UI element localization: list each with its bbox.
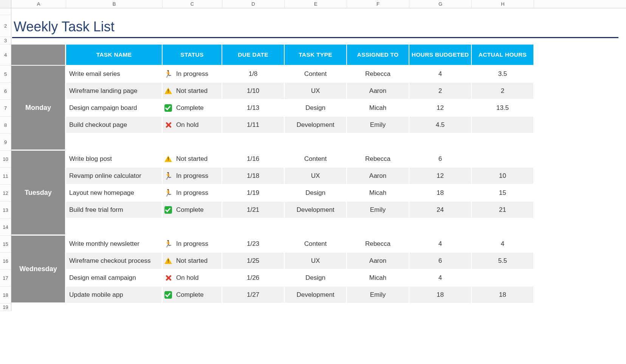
header-status[interactable]: STATUS bbox=[163, 45, 222, 66]
cell-hours-budgeted[interactable]: 4 bbox=[409, 66, 472, 83]
cell-status[interactable] bbox=[163, 219, 222, 236]
cell-actual-hours[interactable]: 18 bbox=[472, 287, 534, 304]
select-all-corner[interactable] bbox=[0, 0, 11, 8]
row-number[interactable]: 11 bbox=[0, 168, 11, 185]
cell-task-name[interactable] bbox=[66, 134, 163, 151]
column-letter[interactable]: H bbox=[472, 0, 534, 8]
row-number[interactable]: 10 bbox=[0, 151, 11, 168]
cell-assigned-to[interactable]: Aaron bbox=[347, 168, 409, 185]
cell-task-type[interactable]: Content bbox=[285, 151, 347, 168]
cell-status[interactable]: 🏃In progress bbox=[163, 185, 222, 202]
cell-task-name[interactable]: Design email campaign bbox=[66, 270, 163, 287]
row-number[interactable]: 14 bbox=[0, 219, 11, 236]
row-number[interactable]: 13 bbox=[0, 202, 11, 219]
cell-actual-hours[interactable]: 2 bbox=[472, 83, 534, 100]
header-actual[interactable]: ACTUAL HOURS bbox=[472, 45, 534, 66]
cell-task-type[interactable]: Design bbox=[285, 270, 347, 287]
cell-hours-budgeted[interactable] bbox=[409, 134, 472, 151]
row-number[interactable]: 8 bbox=[0, 117, 11, 134]
cell-actual-hours[interactable] bbox=[472, 151, 534, 168]
row-number[interactable]: 6 bbox=[0, 83, 11, 100]
row-number[interactable] bbox=[0, 8, 11, 15]
cell-status[interactable]: Not started bbox=[163, 151, 222, 168]
cell-assigned-to[interactable]: Rebecca bbox=[347, 151, 409, 168]
cell-actual-hours[interactable] bbox=[472, 270, 534, 287]
row-number[interactable]: 16 bbox=[0, 253, 11, 270]
cell-task-type[interactable]: Content bbox=[285, 66, 347, 83]
cell-task-name[interactable]: Write email series bbox=[66, 66, 163, 83]
cell-task-name[interactable]: Design campaign board bbox=[66, 100, 163, 117]
header-task[interactable]: TASK NAME bbox=[66, 45, 163, 66]
cell-due-date[interactable] bbox=[222, 134, 285, 151]
cell-due-date[interactable]: 1/26 bbox=[222, 270, 285, 287]
cell-hours-budgeted[interactable]: 4 bbox=[409, 270, 472, 287]
cell-task-name[interactable]: Layout new homepage bbox=[66, 185, 163, 202]
cell-due-date[interactable]: 1/16 bbox=[222, 151, 285, 168]
column-letter[interactable]: D bbox=[222, 0, 285, 8]
cell-hours-budgeted[interactable]: 2 bbox=[409, 83, 472, 100]
cell-task-type[interactable]: Content bbox=[285, 236, 347, 253]
cell-due-date[interactable]: 1/23 bbox=[222, 236, 285, 253]
column-letter[interactable]: F bbox=[347, 0, 409, 8]
cell-actual-hours[interactable] bbox=[472, 219, 534, 236]
cell-assigned-to[interactable]: Micah bbox=[347, 185, 409, 202]
cell-hours-budgeted[interactable]: 18 bbox=[409, 287, 472, 304]
cell-task-name[interactable]: Revamp online calculator bbox=[66, 168, 163, 185]
row-number[interactable]: 17 bbox=[0, 270, 11, 287]
cell-task-type[interactable] bbox=[285, 219, 347, 236]
row-number[interactable]: 9 bbox=[0, 134, 11, 151]
cell-assigned-to[interactable]: Rebecca bbox=[347, 236, 409, 253]
cell-hours-budgeted[interactable]: 6 bbox=[409, 151, 472, 168]
column-letter[interactable]: A bbox=[11, 0, 66, 8]
cell-task-type[interactable]: UX bbox=[285, 168, 347, 185]
cell-due-date[interactable]: 1/13 bbox=[222, 100, 285, 117]
header-budgeted[interactable]: HOURS BUDGETED bbox=[409, 45, 472, 66]
day-label[interactable]: Wednesday bbox=[11, 236, 66, 304]
header-assigned[interactable]: ASSIGNED TO bbox=[347, 45, 409, 66]
cell-task-name[interactable] bbox=[66, 219, 163, 236]
cell-status[interactable]: Complete bbox=[163, 100, 222, 117]
cell-due-date[interactable]: 1/21 bbox=[222, 202, 285, 219]
cell-assigned-to[interactable]: Emily bbox=[347, 117, 409, 134]
cell-task-type[interactable]: Design bbox=[285, 100, 347, 117]
day-label[interactable]: Monday bbox=[11, 66, 66, 151]
cell-status[interactable]: 🏃In progress bbox=[163, 168, 222, 185]
header-due[interactable]: DUE DATE bbox=[222, 45, 285, 66]
cell-hours-budgeted[interactable] bbox=[409, 219, 472, 236]
cell-due-date[interactable]: 1/19 bbox=[222, 185, 285, 202]
row-number[interactable]: 2 bbox=[0, 15, 11, 37]
cell-assigned-to[interactable]: Emily bbox=[347, 287, 409, 304]
column-letter[interactable]: B bbox=[66, 0, 163, 8]
cell-assigned-to[interactable] bbox=[347, 134, 409, 151]
cell-due-date[interactable] bbox=[222, 219, 285, 236]
cell-hours-budgeted[interactable]: 12 bbox=[409, 100, 472, 117]
cell-hours-budgeted[interactable]: 12 bbox=[409, 168, 472, 185]
cell-actual-hours[interactable]: 13.5 bbox=[472, 100, 534, 117]
cell-actual-hours[interactable]: 3.5 bbox=[472, 66, 534, 83]
cell-due-date[interactable]: 1/11 bbox=[222, 117, 285, 134]
cell-due-date[interactable]: 1/25 bbox=[222, 253, 285, 270]
cell-assigned-to[interactable]: Micah bbox=[347, 100, 409, 117]
cell-status[interactable] bbox=[163, 134, 222, 151]
cell-due-date[interactable]: 1/8 bbox=[222, 66, 285, 83]
cell-status[interactable]: Complete bbox=[163, 287, 222, 304]
header-type[interactable]: TASK TYPE bbox=[285, 45, 347, 66]
cell-status[interactable]: Complete bbox=[163, 202, 222, 219]
cell-task-name[interactable]: Update mobile app bbox=[66, 287, 163, 304]
cell-actual-hours[interactable] bbox=[472, 117, 534, 134]
cell-status[interactable]: Not started bbox=[163, 83, 222, 100]
cell-actual-hours[interactable]: 4 bbox=[472, 236, 534, 253]
cell-assigned-to[interactable]: Micah bbox=[347, 270, 409, 287]
cell-actual-hours[interactable]: 10 bbox=[472, 168, 534, 185]
cell-assigned-to[interactable]: Rebecca bbox=[347, 66, 409, 83]
cell-assigned-to[interactable]: Aaron bbox=[347, 253, 409, 270]
cell-actual-hours[interactable]: 21 bbox=[472, 202, 534, 219]
row-number[interactable]: 19 bbox=[0, 304, 11, 311]
cell-task-name[interactable]: Write monthly newsletter bbox=[66, 236, 163, 253]
cell-task-name[interactable]: Build checkout page bbox=[66, 117, 163, 134]
cell-status[interactable]: 🏃In progress bbox=[163, 236, 222, 253]
cell-hours-budgeted[interactable]: 18 bbox=[409, 185, 472, 202]
cell-task-type[interactable]: UX bbox=[285, 83, 347, 100]
cell-due-date[interactable]: 1/27 bbox=[222, 287, 285, 304]
cell-status[interactable]: On hold bbox=[163, 270, 222, 287]
